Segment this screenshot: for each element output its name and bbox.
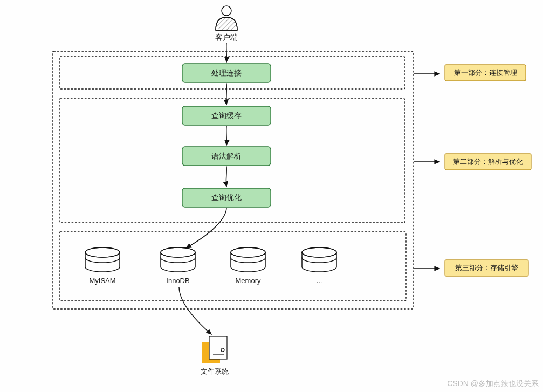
engine-label-2: Memory (236, 277, 261, 285)
watermark: CSDN @多加点辣也没关系 (447, 379, 539, 389)
svg-point-1 (222, 6, 231, 16)
part3-container (59, 232, 406, 301)
box-query-cache-label: 查询缓存 (211, 111, 242, 120)
arrow-client-to-connect (226, 43, 227, 62)
svg-point-6 (161, 247, 195, 257)
arrow-innodb-to-fs (179, 287, 211, 334)
caption-part3-label: 第三部分：存储引擎 (455, 264, 518, 272)
caption-part2-label: 第二部分：解析与优化 (453, 157, 523, 166)
box-query-optimize-label: 查询优化 (211, 193, 242, 202)
outer-container (52, 51, 414, 309)
filesystem-icon (202, 336, 227, 363)
cylinder-memory (231, 247, 265, 272)
box-syntax-parse-label: 语法解析 (211, 152, 242, 160)
engine-label-1: InnoDB (166, 277, 189, 285)
svg-rect-12 (209, 336, 227, 359)
engine-label-0: MyISAM (89, 277, 115, 285)
cylinder-more (302, 247, 336, 272)
box-handle-connection-label: 处理连接 (211, 68, 242, 77)
client-icon (216, 6, 237, 30)
svg-point-8 (231, 247, 265, 257)
filesystem-label: 文件系统 (201, 367, 229, 375)
arrow-optimize-to-innodb (186, 208, 226, 248)
svg-point-10 (302, 247, 336, 257)
cylinder-myisam (85, 247, 120, 272)
cylinder-innodb (161, 247, 195, 272)
client-label: 客户端 (215, 33, 238, 42)
arrow-cache-to-parse (226, 126, 227, 145)
engine-label-3: ... (317, 277, 322, 285)
svg-point-4 (85, 247, 120, 257)
arrow-connect-to-cache (226, 84, 227, 105)
arrow-parse-to-optimize (226, 167, 226, 187)
caption-part1-label: 第一部分：连接管理 (454, 68, 517, 77)
